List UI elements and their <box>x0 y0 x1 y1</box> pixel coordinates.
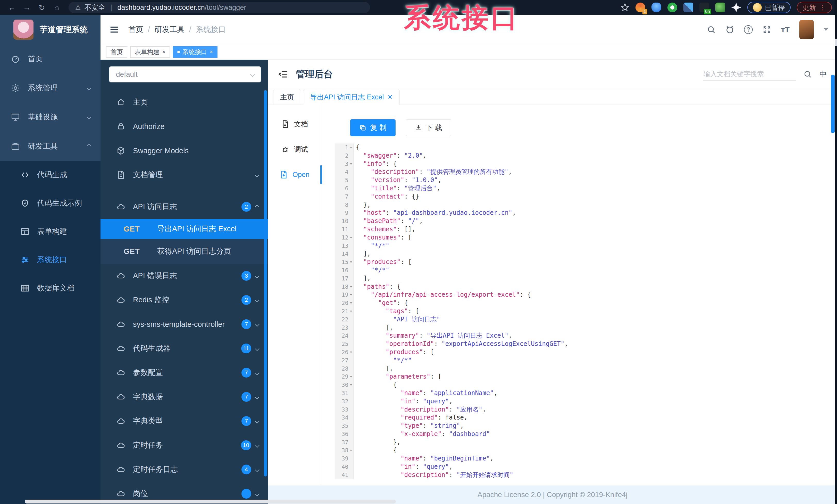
line-number-gutter[interactable]: 9 <box>335 209 354 217</box>
tag-tab[interactable]: 系统接口× <box>173 46 217 58</box>
line-number-gutter[interactable]: 23 <box>335 324 354 332</box>
sidebar-subitem-3[interactable]: 表单构建 <box>0 217 101 246</box>
reload-icon[interactable]: ↻ <box>35 3 49 12</box>
profile-paused-button[interactable]: 已暂停 <box>747 2 790 13</box>
search-icon[interactable] <box>707 25 716 34</box>
line-number-gutter[interactable]: 24 <box>335 332 354 340</box>
line-number-gutter[interactable]: 38▾ <box>335 446 354 454</box>
sidebar-item-3[interactable]: 基础设施 <box>0 102 101 132</box>
download-button[interactable]: 下 载 <box>406 119 451 136</box>
line-number-gutter[interactable]: 6 <box>335 184 354 193</box>
line-number-gutter[interactable]: 16 <box>335 266 354 275</box>
extension-2-icon[interactable] <box>652 3 661 12</box>
api-operation-item[interactable]: GET导出API 访问日志 Excel <box>101 219 268 239</box>
line-number-gutter[interactable]: 20▾ <box>335 299 354 307</box>
line-number-gutter[interactable]: 31 <box>335 389 354 397</box>
line-number-gutter[interactable]: 39 <box>335 454 354 463</box>
mini-nav-文档[interactable]: 文档 <box>268 112 321 137</box>
mini-nav-调试[interactable]: 调试 <box>268 137 321 162</box>
forward-icon[interactable]: → <box>20 3 34 12</box>
line-number-gutter[interactable]: 26▾ <box>335 348 354 356</box>
extension-6-icon[interactable] <box>715 3 725 12</box>
extension-3-icon[interactable] <box>667 3 677 12</box>
fold-toggle-icon[interactable]: ▾ <box>349 160 354 168</box>
swagger-nav-item[interactable]: 主页 <box>101 90 268 114</box>
line-number-gutter[interactable]: 28 <box>335 365 354 373</box>
api-group-item[interactable]: 文档管理 <box>101 163 268 187</box>
line-number-gutter[interactable]: 32 <box>335 397 354 406</box>
line-number-gutter[interactable]: 36 <box>335 430 354 438</box>
line-number-gutter[interactable]: 21▾ <box>335 307 354 316</box>
line-number-gutter[interactable]: 5 <box>335 176 354 184</box>
doc-tab[interactable]: 导出API 访问日志 Excel✕ <box>303 89 400 105</box>
github-icon[interactable] <box>726 25 734 34</box>
line-number-gutter[interactable]: 2 <box>335 152 354 160</box>
line-number-gutter[interactable]: 41 <box>335 471 354 479</box>
content-scrollbar[interactable] <box>831 75 835 133</box>
fold-toggle-icon[interactable]: ▾ <box>349 258 354 266</box>
browser-menu-icon[interactable]: ⋮ <box>819 4 826 12</box>
close-icon[interactable]: × <box>162 49 165 55</box>
search-icon[interactable] <box>803 70 812 78</box>
line-number-gutter[interactable]: 17 <box>335 275 354 283</box>
line-number-gutter[interactable]: 3▾ <box>335 160 354 168</box>
line-number-gutter[interactable]: 1▾ <box>335 144 354 152</box>
close-icon[interactable]: ✕ <box>388 93 393 101</box>
avatar-dropdown-icon[interactable] <box>824 28 828 31</box>
sidebar-item-1[interactable]: 首页 <box>0 44 101 73</box>
close-icon[interactable]: × <box>210 49 213 55</box>
line-number-gutter[interactable]: 8 <box>335 201 354 209</box>
collapse-sidebar-icon[interactable] <box>109 25 119 35</box>
line-number-gutter[interactable]: 7 <box>335 193 354 201</box>
api-group-item[interactable]: API 访问日志2 <box>101 195 268 219</box>
app-logo[interactable]: 芋道管理系统 <box>0 15 101 44</box>
tag-tab[interactable]: 首页 <box>106 46 127 58</box>
address-bar[interactable]: ⚠ 不安全 | dashboard.yudao.iocoder.cn/tool/… <box>69 2 370 13</box>
extension-7-icon[interactable] <box>731 3 741 12</box>
line-number-gutter[interactable]: 34 <box>335 414 354 422</box>
line-number-gutter[interactable]: 37 <box>335 438 354 447</box>
back-icon[interactable]: ← <box>5 3 19 12</box>
extension-5-icon[interactable]: 6h <box>699 3 709 12</box>
swagger-nav-item[interactable]: Authorize <box>101 114 268 138</box>
line-number-gutter[interactable]: 22 <box>335 316 354 324</box>
api-group-item[interactable]: sys-sms-template-controller7 <box>101 312 268 336</box>
swagger-json-editor[interactable]: 1▾{2 "swagger": "2.0",3▾ "info": {4 "des… <box>321 144 837 485</box>
sidebar-scrollbar[interactable] <box>264 90 267 477</box>
line-number-gutter[interactable]: 15▾ <box>335 258 354 266</box>
line-number-gutter[interactable]: 10 <box>335 217 354 225</box>
sidebar-item-2[interactable]: 系统管理 <box>0 73 101 102</box>
doc-search-input[interactable] <box>703 68 796 81</box>
sidebar-subitem-4[interactable]: 系统接口 <box>0 246 101 274</box>
line-number-gutter[interactable]: 13 <box>335 242 354 250</box>
fold-toggle-icon[interactable]: ▾ <box>349 446 354 454</box>
api-group-item[interactable]: 定时任务10 <box>101 433 268 458</box>
fold-toggle-icon[interactable]: ▾ <box>349 144 354 152</box>
line-number-gutter[interactable]: 29▾ <box>335 373 354 381</box>
breadcrumb-item[interactable]: 系统接口 <box>196 24 226 35</box>
fold-toggle-icon[interactable]: ▾ <box>349 283 354 291</box>
line-number-gutter[interactable]: 4 <box>335 168 354 176</box>
fold-toggle-icon[interactable]: ▾ <box>349 381 354 389</box>
fullscreen-icon[interactable] <box>763 25 771 34</box>
api-group-item[interactable]: API 错误日志3 <box>101 264 268 288</box>
api-group-item[interactable]: Redis 监控2 <box>101 288 268 312</box>
api-operation-item[interactable]: GET获得API 访问日志分页 <box>101 239 268 264</box>
not-secure-warning-icon[interactable]: ⚠ <box>75 4 81 11</box>
fold-toggle-icon[interactable]: ▾ <box>349 299 354 307</box>
line-number-gutter[interactable]: 14 <box>335 250 354 258</box>
menu-fold-icon[interactable] <box>278 69 288 79</box>
fold-toggle-icon[interactable]: ▾ <box>349 373 354 381</box>
api-group-item[interactable]: 定时任务日志4 <box>101 458 268 482</box>
home-icon[interactable]: ⌂ <box>50 3 64 12</box>
doc-tab[interactable]: 主页 <box>273 89 301 105</box>
horizontal-scrollbar[interactable] <box>25 500 396 503</box>
mini-nav-open[interactable]: Open <box>268 162 321 187</box>
font-size-icon[interactable]: тT <box>781 25 789 34</box>
user-avatar[interactable] <box>799 20 814 39</box>
breadcrumb-item[interactable]: 研发工具 <box>155 24 184 35</box>
fold-toggle-icon[interactable]: ▾ <box>349 348 354 356</box>
line-number-gutter[interactable]: 25 <box>335 340 354 348</box>
tag-tab[interactable]: 表单构建× <box>130 46 170 58</box>
help-icon[interactable]: ? <box>744 25 753 34</box>
